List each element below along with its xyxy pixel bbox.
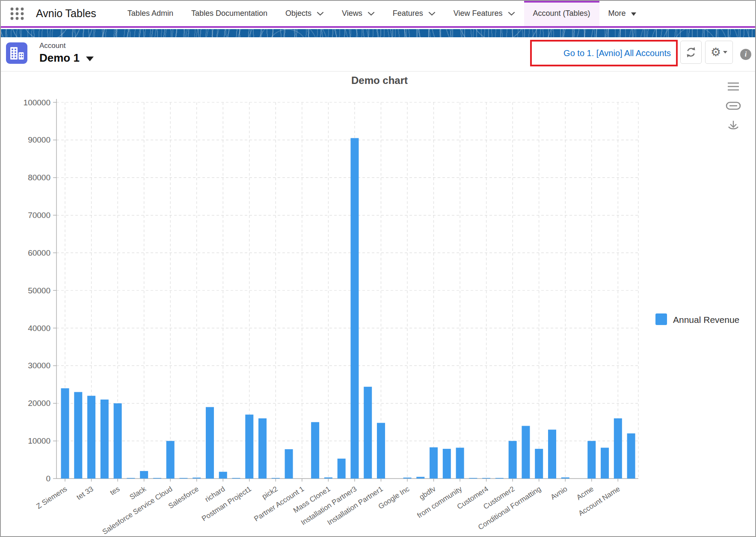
bar[interactable] [614, 418, 622, 479]
bar[interactable] [114, 403, 122, 479]
bar[interactable] [469, 478, 477, 478]
record-title: Demo 1 [39, 51, 80, 65]
y-tick-label: 100000 [24, 98, 50, 107]
gear-icon: ⚙ [711, 47, 721, 58]
y-tick-label: 20000 [28, 399, 50, 408]
bar[interactable] [179, 478, 187, 478]
screen: Avnio Tables Tables AdminTables Document… [0, 0, 756, 537]
x-tick-label: tet 33 [75, 485, 95, 501]
bar[interactable] [166, 441, 175, 479]
bar[interactable] [364, 387, 372, 478]
x-tick-label: Avnio [549, 485, 569, 501]
refresh-icon [685, 46, 697, 59]
tab-more[interactable]: More [599, 1, 645, 26]
x-tick-label: pick2 [261, 485, 279, 501]
bar[interactable] [206, 407, 214, 479]
bar[interactable] [101, 400, 109, 478]
tab-label: Account (Tables) [533, 9, 590, 18]
bar[interactable] [350, 138, 359, 478]
app-launcher-icon[interactable] [9, 6, 25, 21]
bar[interactable] [193, 477, 201, 478]
x-tick-label: Z Siemens [35, 485, 68, 510]
tab-tables-admin[interactable]: Tables Admin [119, 1, 182, 26]
y-tick-label: 50000 [28, 286, 50, 295]
bar[interactable] [219, 472, 227, 479]
bar[interactable] [153, 478, 161, 478]
bar[interactable] [601, 448, 609, 478]
bar[interactable] [522, 426, 530, 479]
bar[interactable] [377, 423, 385, 478]
chevron-down-icon [428, 12, 436, 16]
chevron-down-icon [508, 12, 515, 16]
x-tick-label: tes [109, 485, 121, 497]
page-header: Account Demo 1 Go to 1. [Avnio] All Acco… [1, 37, 755, 69]
decorative-banner [1, 29, 755, 37]
tab-views[interactable]: Views [333, 1, 384, 26]
bar[interactable] [61, 388, 69, 479]
tab-label: View Features [454, 9, 503, 18]
bar[interactable] [285, 449, 293, 479]
bar[interactable] [416, 477, 424, 479]
bar[interactable] [74, 392, 82, 478]
refresh-button[interactable] [680, 41, 702, 64]
tab-objects[interactable]: Objects [276, 1, 333, 26]
tab-label: Objects [285, 9, 311, 18]
nav-tab-bar: Tables AdminTables DocumentationObjectsV… [119, 1, 645, 26]
info-icon[interactable]: i [740, 49, 751, 60]
bar[interactable] [140, 471, 148, 479]
bar[interactable] [403, 477, 412, 478]
bar[interactable] [245, 415, 253, 478]
bar[interactable] [87, 396, 95, 478]
goto-list-view-link[interactable]: Go to 1. [Avnio] All Accounts [563, 48, 671, 58]
bar[interactable] [482, 478, 490, 478]
bar[interactable] [456, 448, 464, 478]
bar[interactable] [509, 441, 517, 479]
bar[interactable] [587, 441, 596, 479]
bar[interactable] [311, 422, 319, 479]
y-tick-label: 40000 [28, 324, 50, 333]
bar[interactable] [127, 478, 135, 478]
y-tick-label: 0 [46, 474, 50, 483]
app-name: Avnio Tables [36, 7, 96, 20]
legend-label[interactable]: Annual Revenue [673, 315, 739, 325]
chevron-down-icon [317, 12, 324, 16]
legend-swatch[interactable] [655, 313, 667, 325]
bar[interactable] [430, 448, 438, 479]
x-tick-label: Postman Project1 [200, 485, 253, 523]
caret-down-icon [723, 51, 727, 54]
bar[interactable] [232, 478, 240, 478]
bar[interactable] [627, 433, 635, 478]
tab-features[interactable]: Features [384, 1, 445, 26]
y-tick-label: 10000 [28, 436, 50, 445]
record-title-menu[interactable]: Demo 1 [39, 51, 94, 65]
bar[interactable] [561, 477, 569, 479]
bar-chart: 0100002000030000400005000060000700008000… [1, 72, 756, 537]
tab-label: Features [393, 9, 423, 18]
bar[interactable] [495, 478, 504, 478]
tab-view-features[interactable]: View Features [445, 1, 524, 26]
y-tick-label: 70000 [28, 211, 50, 220]
chart-card: Demo chart 01000020000300004000050000600… [1, 71, 755, 536]
x-tick-label: Slack [128, 485, 148, 501]
bar[interactable] [324, 477, 332, 479]
bar[interactable] [443, 449, 451, 478]
bar[interactable] [548, 430, 556, 478]
tab-tables-documentation[interactable]: Tables Documentation [182, 1, 276, 26]
bar[interactable] [272, 478, 280, 478]
bar[interactable] [338, 459, 346, 479]
entity-label: Account [39, 42, 94, 50]
tab-label: Tables Documentation [191, 9, 267, 18]
settings-button[interactable]: ⚙ [705, 41, 733, 64]
account-entity-icon [6, 42, 27, 64]
page-titles: Account Demo 1 [39, 42, 94, 65]
x-tick-label: Salesforce [167, 485, 200, 510]
tab-label: Tables Admin [127, 9, 173, 18]
x-tick-label: gbdfv [418, 485, 438, 501]
y-tick-label: 80000 [28, 173, 50, 182]
tab-account-tables[interactable]: Account (Tables) [524, 1, 599, 26]
tab-label: More [608, 9, 626, 18]
x-tick-label: Acme [575, 485, 595, 502]
chevron-down-icon [368, 12, 375, 16]
bar[interactable] [535, 449, 543, 478]
bar[interactable] [258, 418, 267, 479]
